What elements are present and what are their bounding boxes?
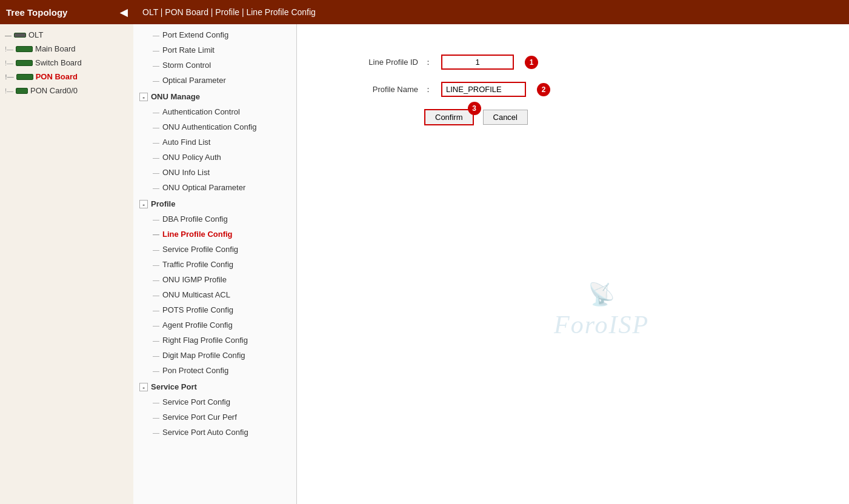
tree-node-pon-card[interactable]: !— PON Card0/0 xyxy=(0,84,133,98)
nav-item-optical-parameter[interactable]: Optical Parameter xyxy=(133,73,296,88)
expand-icon-onu: - xyxy=(139,93,148,101)
minus-icon: — xyxy=(5,31,12,39)
nav-item-line-profile[interactable]: Line Profile Config xyxy=(133,227,296,242)
main-board-label: Main Board xyxy=(35,44,75,53)
nav-item-onu-multicast-acl[interactable]: ONU Multicast ACL xyxy=(133,287,296,302)
expand-icon-profile: - xyxy=(139,200,148,208)
step-badge-2: 2 xyxy=(537,83,550,96)
tree-node-main-board[interactable]: !— Main Board xyxy=(0,42,133,56)
pon-board-label: PON Board xyxy=(36,72,78,81)
nav-item-service-port-cur-perf[interactable]: Service Port Cur Perf xyxy=(133,409,296,425)
nav-section-profile: - Profile DBA Profile Config Line Profil… xyxy=(133,196,296,378)
tree-dash-3: !— xyxy=(5,73,14,81)
expand-icon-service-port: - xyxy=(139,383,148,391)
form-container: Line Profile ID ： 1 Profile Name ： 2 xyxy=(309,36,837,156)
nav-section-service-port-title[interactable]: - Service Port xyxy=(133,379,296,394)
tree-node-olt[interactable]: — OLT xyxy=(0,28,133,42)
step-badge-3: 3 xyxy=(468,102,481,115)
nav-item-traffic-profile[interactable]: Traffic Profile Config xyxy=(133,257,296,272)
step-badge-1: 1 xyxy=(525,56,538,69)
nav-item-onu-policy-auth[interactable]: ONU Policy Auth xyxy=(133,150,296,165)
tree-content: — OLT !— Main Board !— Switch Board xyxy=(0,24,133,504)
nav-section-port: Port Extend Config Port Rate Limit Storm… xyxy=(133,27,296,88)
nav-section-service-port: - Service Port Service Port Config Servi… xyxy=(133,379,296,440)
nav-item-port-extend-config[interactable]: Port Extend Config xyxy=(133,27,296,42)
nav-item-service-profile[interactable]: Service Profile Config xyxy=(133,242,296,257)
tree-panel: Tree Topology ◀ — OLT !— Main Board xyxy=(0,0,133,504)
pon-board-icon xyxy=(16,74,33,80)
tree-node-pon-board[interactable]: !— PON Board xyxy=(0,70,133,84)
nav-item-onu-info-list[interactable]: ONU Info List xyxy=(133,165,296,180)
tree-topology-title: Tree Topology xyxy=(6,7,67,18)
breadcrumb-text: OLT | PON Board | Profile | Line Profile… xyxy=(142,7,316,17)
watermark: 📡 ForoISP xyxy=(554,282,649,339)
form-row-buttons: Confirm 3 Cancel xyxy=(424,109,813,125)
tree-panel-header: Tree Topology ◀ xyxy=(0,0,133,24)
nav-item-service-port-config[interactable]: Service Port Config xyxy=(133,394,296,409)
profile-name-input[interactable] xyxy=(441,82,526,97)
nav-section-onu-manage-title[interactable]: - ONU Manage xyxy=(133,89,296,104)
collapse-icon[interactable]: ◀ xyxy=(120,7,127,18)
nav-item-storm-control[interactable]: Storm Control xyxy=(133,58,296,73)
breadcrumb-bar: OLT | PON Board | Profile | Line Profile… xyxy=(133,0,849,24)
olt-board-icon xyxy=(14,33,26,38)
nav-item-pots-profile[interactable]: POTS Profile Config xyxy=(133,302,296,317)
line-profile-id-label: Line Profile ID xyxy=(333,58,418,67)
nav-item-onu-optical-param[interactable]: ONU Optical Parameter xyxy=(133,180,296,195)
nav-item-auto-find-list[interactable]: Auto Find List xyxy=(133,134,296,150)
tree-dash-4: !— xyxy=(5,87,13,94)
pon-card-label: PON Card0/0 xyxy=(30,86,78,95)
form-row-profile-name: Profile Name ： 2 xyxy=(333,82,813,97)
nav-item-onu-auth-config[interactable]: ONU Authentication Config xyxy=(133,119,296,134)
nav-item-onu-igmp[interactable]: ONU IGMP Profile xyxy=(133,272,296,287)
colon-1: ： xyxy=(424,57,432,68)
switch-board-label: Switch Board xyxy=(35,58,82,67)
confirm-button[interactable]: Confirm xyxy=(424,109,474,125)
nav-item-pon-protect[interactable]: Pon Protect Config xyxy=(133,363,296,378)
nav-item-right-flag-profile[interactable]: Right Flag Profile Config xyxy=(133,333,296,348)
olt-label: OLT xyxy=(28,30,43,39)
nav-item-auth-control[interactable]: Authentication Control xyxy=(133,104,296,119)
tree-node-switch-board[interactable]: !— Switch Board xyxy=(0,56,133,70)
nav-section-onu-manage: - ONU Manage Authentication Control ONU … xyxy=(133,89,296,195)
main-board-icon xyxy=(16,46,33,52)
watermark-logo: ForoISP xyxy=(554,310,649,339)
tree-dash-2: !— xyxy=(5,59,13,67)
watermark-icon: 📡 xyxy=(554,282,649,307)
nav-section-profile-title[interactable]: - Profile xyxy=(133,196,296,211)
cancel-button[interactable]: Cancel xyxy=(483,110,528,125)
nav-item-service-port-auto-config[interactable]: Service Port Auto Config xyxy=(133,425,296,440)
form-row-line-profile-id: Line Profile ID ： 1 xyxy=(333,55,813,70)
nav-item-dba-profile[interactable]: DBA Profile Config xyxy=(133,211,296,227)
pon-card-icon xyxy=(16,88,28,94)
line-profile-id-input[interactable] xyxy=(441,55,514,70)
nav-item-port-rate-limit[interactable]: Port Rate Limit xyxy=(133,42,296,58)
nav-item-digit-map-profile[interactable]: Digit Map Profile Config xyxy=(133,348,296,363)
colon-2: ： xyxy=(424,84,432,95)
content-area: 📡 ForoISP Line Profile ID ： 1 xyxy=(297,24,849,504)
switch-board-icon xyxy=(16,60,33,66)
tree-dash-1: !— xyxy=(5,45,13,53)
nav-panel: Port Extend Config Port Rate Limit Storm… xyxy=(133,24,297,504)
profile-name-label: Profile Name xyxy=(333,85,418,94)
nav-item-agent-profile[interactable]: Agent Profile Config xyxy=(133,317,296,333)
